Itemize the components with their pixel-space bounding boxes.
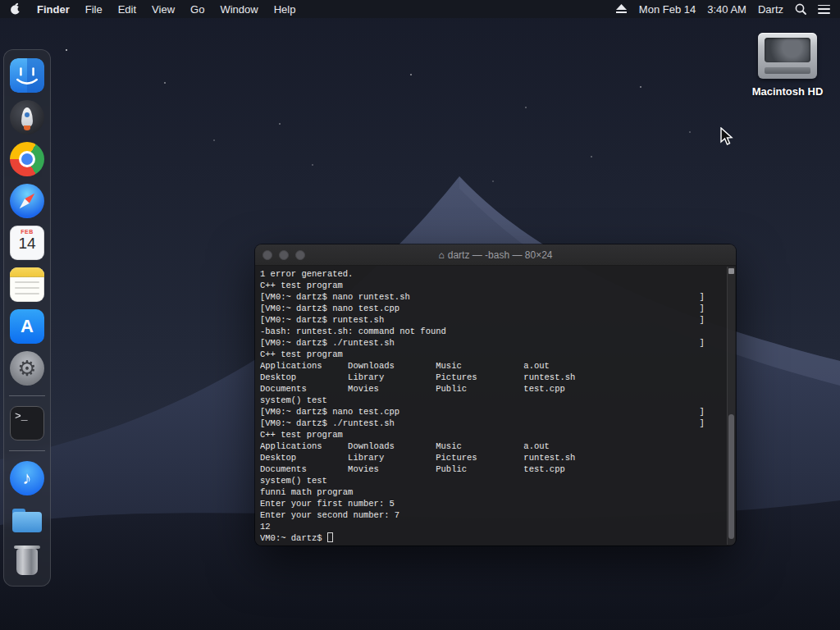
terminal-titlebar[interactable]: ⌂dartz — -bash — 80×24 [255,244,736,266]
menu-item-view[interactable]: View [152,3,175,16]
terminal-line: system() test [260,395,724,406]
terminal-line: [VM0:~ dartz$ nano test.cpp ] [260,303,724,314]
terminal-prompt: VM0:~ dartz$ [260,533,327,543]
terminal-scrollbar[interactable] [727,267,735,545]
menu-app-name[interactable]: Finder [37,3,70,16]
dock-trash-icon[interactable] [10,545,44,579]
scrollbar-anchor[interactable] [728,268,734,274]
terminal-line: Documents Movies Public test.cpp [260,463,724,475]
terminal-line: [VM0:~ dartz$ runtest.sh ] [260,314,724,326]
terminal-line: Applications Downloads Music a.out [260,441,724,452]
menu-bar: Finder File Edit View Go Window Help Mon… [0,0,840,18]
dock: FEB 14 A ⚙ >_ ♪ [3,49,51,587]
menu-item-help[interactable]: Help [274,3,296,16]
drive-label: Macintosh HD [751,85,824,98]
calendar-day: 14 [18,235,35,251]
hard-drive-icon[interactable] [758,33,817,79]
dock-divider [9,450,45,451]
terminal-line: C++ test program [260,349,724,360]
app-store-glyph: A [21,316,34,337]
compass-needle-icon [12,186,43,217]
terminal-line: Applications Downloads Music a.out [260,360,724,372]
zoom-button[interactable] [295,250,305,260]
calendar-month: FEB [21,229,34,235]
terminal-line: -bash: runtest.sh: command not found [260,326,724,337]
terminal-line: 12 [260,521,724,532]
trash-bin-icon [16,549,38,575]
terminal-content[interactable]: 1 error generated. C++ test program [VM0… [255,266,736,546]
menu-item-file[interactable]: File [85,3,103,16]
terminal-line: C++ test program [260,280,724,291]
dock-terminal-icon[interactable]: >_ [10,406,44,441]
terminal-line: [VM0:~ dartz$ ./runtest.sh ] [260,418,724,429]
terminal-line: 1 error generated. [260,268,724,280]
terminal-line: funni math program [260,486,724,498]
dock-app-store-icon[interactable]: A [10,309,44,344]
menu-clock-time[interactable]: 3:40 AM [707,3,746,16]
menu-item-edit[interactable]: Edit [118,3,136,16]
terminal-line: C++ test program [260,429,724,441]
dock-downloads-folder-icon[interactable] [10,503,44,537]
menu-user-name[interactable]: Dartz [758,3,783,16]
menu-item-go[interactable]: Go [190,3,204,16]
dock-notes-icon[interactable] [10,267,44,302]
terminal-line: Enter your second number: 7 [260,509,724,521]
dock-itunes-icon[interactable]: ♪ [10,461,44,495]
terminal-line: [VM0:~ dartz$ ./runtest.sh ] [260,337,724,349]
terminal-window[interactable]: ⌂dartz — -bash — 80×24 1 error generated… [255,244,736,546]
dock-divider [9,395,45,396]
terminal-cursor [327,532,333,542]
terminal-line: system() test [260,475,724,486]
notification-center-icon[interactable] [818,5,830,14]
minimize-button[interactable] [279,250,289,260]
terminal-line: [VM0:~ dartz$ nano test.cpp ] [260,406,724,418]
terminal-line: Desktop Library Pictures runtest.sh [260,372,724,383]
terminal-prompt-line: VM0:~ dartz$ [260,532,724,544]
spotlight-search-icon[interactable] [795,3,806,15]
terminal-line: Enter your first number: 5 [260,498,724,509]
menu-clock-date[interactable]: Mon Feb 14 [639,3,696,16]
eject-icon[interactable] [615,4,628,14]
terminal-line: Desktop Library Pictures runtest.sh [260,452,724,463]
rocket-icon [21,107,33,127]
close-button[interactable] [262,250,272,260]
dock-launchpad-icon[interactable] [10,100,44,135]
dock-finder-icon[interactable] [10,58,44,93]
dock-system-preferences-icon[interactable]: ⚙ [10,351,44,386]
desktop-drive-macintosh-hd[interactable]: Macintosh HD [751,33,824,98]
terminal-prompt-glyph: >_ [15,410,28,422]
dock-calendar-icon[interactable]: FEB 14 [10,226,44,260]
menu-item-window[interactable]: Window [220,3,258,16]
terminal-line: Documents Movies Public test.cpp [260,383,724,395]
home-folder-icon: ⌂ [439,249,445,261]
dock-safari-icon[interactable] [10,184,44,218]
terminal-title: ⌂dartz — -bash — 80×24 [255,249,736,261]
scrollbar-thumb[interactable] [728,414,734,540]
gear-icon: ⚙ [17,358,36,379]
dock-chrome-icon[interactable] [10,142,44,176]
terminal-line: [VM0:~ dartz$ nano runtest.sh ] [260,291,724,303]
apple-menu-icon[interactable] [10,2,21,16]
music-note-icon: ♪ [23,468,32,489]
